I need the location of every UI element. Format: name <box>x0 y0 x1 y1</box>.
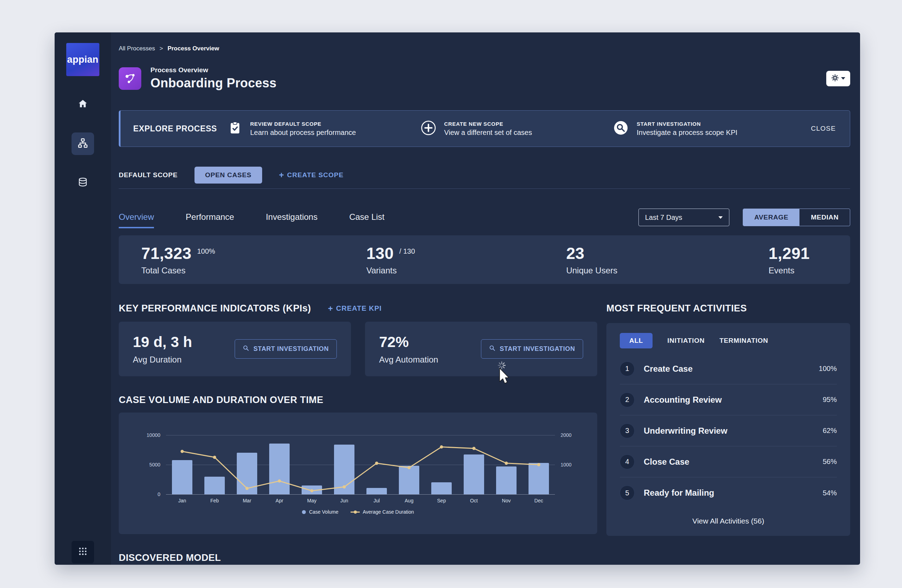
breadcrumb: All Processes > Process Overview <box>119 45 850 52</box>
main-content: All Processes > Process Overview Process… <box>111 33 860 565</box>
activities-tab-termination[interactable]: TERMINATION <box>719 337 768 344</box>
page-eyebrow: Process Overview <box>150 66 277 74</box>
search-icon <box>243 345 249 353</box>
view-tabs-row: Overview Performance Investigations Case… <box>119 208 850 228</box>
activity-rank-badge: 1 <box>620 361 634 376</box>
search-icon <box>489 345 495 353</box>
sidebar-item-home[interactable] <box>72 93 94 116</box>
x-axis-tick-label: May <box>296 498 328 504</box>
sidebar: appian <box>55 33 111 565</box>
stat-variants: 130 / 130 Variants <box>366 244 415 275</box>
sidebar-item-process-mining[interactable] <box>72 133 94 155</box>
home-icon <box>78 98 88 110</box>
create-kpi-button[interactable]: + CREATE KPI <box>328 304 382 313</box>
plus-icon: + <box>328 304 333 313</box>
start-investigation-button[interactable]: START INVESTIGATION <box>481 339 583 359</box>
chart-x-axis: JanFebMarAprMayJunJulAugSepOctNovDec <box>166 498 555 504</box>
breadcrumb-all-processes[interactable]: All Processes <box>119 45 155 52</box>
activity-name: Accounting Review <box>644 395 722 405</box>
x-axis-tick-label: Jun <box>328 498 360 504</box>
activity-percentage: 62% <box>823 427 837 435</box>
activity-row[interactable]: 2 Accounting Review 95% <box>620 385 837 415</box>
banner-item-title: REVIEW DEFAULT SCOPE <box>250 121 356 127</box>
activity-rank-badge: 5 <box>620 485 634 500</box>
aggregation-average[interactable]: AVERAGE <box>743 209 800 226</box>
activities-tab-all[interactable]: ALL <box>620 333 653 349</box>
chart-legend: Case Volume Average Case Duration <box>136 509 579 515</box>
activities-tab-initiation[interactable]: INITIATION <box>667 337 705 344</box>
process-overview-icon <box>119 67 141 90</box>
x-axis-tick-label: Jan <box>166 498 198 504</box>
banner-item-subtitle: Investigate a process scope KPI <box>637 128 738 137</box>
start-investigation-label: START INVESTIGATION <box>253 345 329 353</box>
view-all-activities-link[interactable]: View All Activities (56) <box>620 517 837 525</box>
explore-process-title: EXPLORE PROCESS <box>133 124 228 133</box>
discovered-model-title: DISCOVERED MODEL <box>119 552 597 563</box>
start-investigation-card[interactable]: START INVESTIGATION Investigate a proces… <box>613 120 805 138</box>
kpi-value: 72% <box>379 334 438 350</box>
kpi-label: Avg Duration <box>133 355 192 364</box>
settings-menu-button[interactable] <box>826 71 850 86</box>
avg-duration-legend-marker <box>351 511 360 513</box>
banner-close-button[interactable]: CLOSE <box>811 125 836 133</box>
x-axis-tick-label: Aug <box>393 498 425 504</box>
x-axis-tick-label: Dec <box>523 498 555 504</box>
x-axis-tick-label: Sep <box>425 498 458 504</box>
create-new-scope-card[interactable]: CREATE NEW SCOPE View a different set of… <box>420 120 613 138</box>
kpi-value: 19 d, 3 h <box>133 334 192 350</box>
appian-logo[interactable]: appian <box>66 43 99 76</box>
activity-name: Underwriting Review <box>644 426 727 436</box>
sidebar-item-app-launcher[interactable] <box>72 541 94 563</box>
x-axis-tick-label: Mar <box>231 498 263 504</box>
activities-list: 1 Create Case 100% 2 Accounting Review 9… <box>620 353 837 508</box>
page-title: Onboarding Process <box>150 76 277 91</box>
aggregation-median[interactable]: MEDIAN <box>799 209 850 226</box>
kpi-section-header: KEY PERFORMANCE INDICATORS (KPIs) + CREA… <box>119 303 597 314</box>
kpi-label: Avg Automation <box>379 355 438 364</box>
database-icon <box>78 177 88 189</box>
time-range-value: Last 7 Days <box>645 214 683 222</box>
plus-circle-icon <box>420 120 437 138</box>
y-axis-tick-label: 5000 <box>149 461 160 468</box>
start-investigation-button[interactable]: START INVESTIGATION <box>235 339 337 359</box>
tab-overview[interactable]: Overview <box>119 212 154 228</box>
scope-tab-open-cases[interactable]: OPEN CASES <box>194 167 262 183</box>
y2-axis-tick-label: 1000 <box>561 461 572 468</box>
activity-percentage: 95% <box>823 396 837 404</box>
kpi-section-title: KEY PERFORMANCE INDICATORS (KPIs) <box>119 303 311 314</box>
stat-events: 1,291 Events <box>769 244 810 275</box>
activity-row[interactable]: 3 Underwriting Review 62% <box>620 415 837 446</box>
create-kpi-label: CREATE KPI <box>336 304 382 313</box>
stat-label: Unique Users <box>566 266 617 275</box>
avg-duration-legend-label: Average Case Duration <box>363 509 414 515</box>
tab-case-list[interactable]: Case List <box>349 212 384 228</box>
summary-stats-panel: 71,323 100% Total Cases 130 / 130 Varian… <box>119 235 850 284</box>
case-volume-legend-marker <box>302 510 306 514</box>
banner-item-subtitle: Learn about process performance <box>250 128 356 137</box>
clipboard-check-icon <box>228 120 243 137</box>
banner-item-title: CREATE NEW SCOPE <box>444 121 532 127</box>
stat-label: Total Cases <box>141 266 215 275</box>
x-axis-tick-label: Oct <box>458 498 490 504</box>
banner-item-subtitle: View a different set of cases <box>444 128 532 137</box>
stat-label: Events <box>769 266 810 275</box>
review-default-scope-card[interactable]: REVIEW DEFAULT SCOPE Learn about process… <box>228 120 420 137</box>
tab-performance[interactable]: Performance <box>186 212 234 228</box>
case-volume-legend-label: Case Volume <box>309 509 338 515</box>
scope-tab-default[interactable]: DEFAULT SCOPE <box>119 171 178 179</box>
activity-row[interactable]: 4 Close Case 56% <box>620 446 837 477</box>
time-range-select[interactable]: Last 7 Days <box>639 208 729 226</box>
stat-label: Variants <box>366 266 415 275</box>
activity-name: Close Case <box>644 457 689 467</box>
activity-row[interactable]: 1 Create Case 100% <box>620 353 837 385</box>
app-grid-icon <box>78 546 88 558</box>
stat-annotation: 100% <box>197 247 215 263</box>
stat-value: 71,323 <box>141 244 192 263</box>
sidebar-item-data[interactable] <box>72 172 94 194</box>
scope-tabs: DEFAULT SCOPE OPEN CASES + CREATE SCOPE <box>119 167 850 189</box>
create-scope-button[interactable]: + CREATE SCOPE <box>279 171 344 179</box>
tab-investigations[interactable]: Investigations <box>266 212 318 228</box>
most-frequent-activities-panel: ALL INITIATION TERMINATION 1 Create Case… <box>606 323 850 536</box>
activity-row[interactable]: 5 Ready for Mailing 54% <box>620 477 837 508</box>
activity-percentage: 54% <box>823 489 837 497</box>
